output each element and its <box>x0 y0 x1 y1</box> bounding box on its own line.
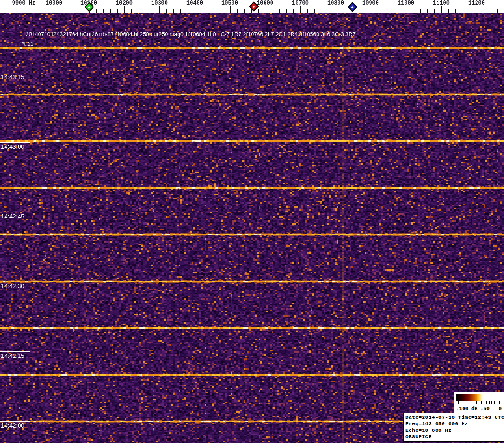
ruler-minor-tick <box>420 9 421 13</box>
ruler-major-tick <box>54 6 54 13</box>
ruler-minor-tick <box>26 9 26 13</box>
ruler-minor-tick <box>272 9 272 13</box>
ruler-minor-tick <box>188 9 188 13</box>
ruler-frequency-label: 11000 <box>398 0 414 7</box>
ruler-frequency-label: 10200 <box>116 0 133 7</box>
ruler-frequency-label: 10600 <box>257 0 273 7</box>
ruler-minor-tick <box>399 9 399 13</box>
colorbar-label-min: -100 dB <box>456 406 477 411</box>
ruler-major-tick <box>124 6 125 13</box>
info-station: OBSUPICE <box>405 434 504 440</box>
ruler-minor-tick <box>286 9 287 13</box>
time-axis-label: 14:43:15 <box>1 73 25 80</box>
freq-marker-blue-center-dot <box>351 6 354 8</box>
colorbar-gradient <box>456 394 502 401</box>
ruler-minor-tick <box>392 9 392 13</box>
ruler-frequency-label: 10900 <box>362 0 379 7</box>
ruler-minor-tick <box>47 9 47 13</box>
ruler-minor-tick <box>103 9 104 13</box>
ruler-frequency-label: 10500 <box>221 0 238 7</box>
ruler-frequency-label: 11100 <box>433 0 450 7</box>
ruler-frequency-label: 10400 <box>186 0 203 7</box>
ruler-minor-tick <box>82 9 82 13</box>
time-tick-line <box>0 142 30 143</box>
ruler-minor-tick <box>75 9 75 13</box>
ruler-minor-tick <box>216 9 216 13</box>
ruler-minor-tick <box>470 9 470 13</box>
ruler-frequency-label: 11200 <box>468 0 485 7</box>
ruler-major-tick <box>300 6 301 13</box>
spectrogram-app-window: 9900 Hz100001010010200103001040010500106… <box>0 0 504 443</box>
ruler-minor-tick <box>5 9 5 13</box>
freq-marker-green-center-dot <box>88 6 91 8</box>
time-axis-label: 14:42:30 <box>1 283 25 290</box>
colorbar-label-mid: -50 <box>480 406 490 411</box>
time-tick-line <box>0 351 30 352</box>
ruler-major-tick <box>477 6 477 13</box>
ruler-minor-tick <box>209 9 209 13</box>
amplitude-colorbar-panel: -100 dB -50 0 <box>454 392 504 413</box>
ruler-minor-tick <box>279 9 280 13</box>
freq-marker-blue[interactable] <box>347 2 357 12</box>
ruler-minor-tick <box>385 9 385 13</box>
ruler-minor-tick <box>322 9 322 13</box>
ruler-major-tick <box>406 6 406 13</box>
ruler-minor-tick <box>237 9 238 13</box>
colorbar-ticks <box>456 401 502 404</box>
ruler-major-tick <box>441 6 442 13</box>
time-tick-line <box>0 73 30 73</box>
ruler-major-tick <box>195 6 195 13</box>
ruler-frequency-label: 10300 <box>151 0 168 7</box>
time-axis-label: 14:42:45 <box>1 213 25 220</box>
ruler-frequency-label: 10000 <box>46 0 62 7</box>
ruler-major-tick <box>336 6 336 13</box>
ruler-minor-tick <box>413 9 413 13</box>
time-axis-label: 14:43:00 <box>1 143 25 150</box>
ruler-frequency-label: 10700 <box>292 0 309 7</box>
ruler-minor-tick <box>448 9 449 13</box>
ruler-minor-tick <box>293 9 294 13</box>
spectrogram-display[interactable] <box>0 13 504 443</box>
ruler-minor-tick <box>484 9 484 13</box>
ruler-minor-tick <box>173 9 174 13</box>
info-echo: Echo=10 600 Hz <box>405 427 504 434</box>
ruler-minor-tick <box>434 9 435 13</box>
freq-marker-red-center-dot <box>252 5 255 8</box>
ruler-minor-tick <box>497 9 498 13</box>
trigger-time-label: ^t+21 <box>22 41 33 46</box>
ruler-major-tick <box>265 6 265 13</box>
ruler-minor-tick <box>12 9 12 13</box>
ruler-frequency-label: 10800 <box>327 0 344 7</box>
event-detection-text: 20140710124321764 hCnt26 nb-87 f10604 hi… <box>26 31 356 38</box>
ruler-minor-tick <box>68 9 68 13</box>
ruler-minor-tick <box>491 9 491 13</box>
time-tick-line <box>0 421 30 422</box>
ruler-minor-tick <box>463 9 463 13</box>
observation-info-box: Date=2014-07-10 Time=12:43 UTC Freq=143 … <box>403 413 504 442</box>
time-axis-label: 14:42:00 <box>1 422 25 429</box>
ruler-minor-tick <box>166 9 167 13</box>
ruler-major-tick <box>159 6 160 13</box>
ruler-major-tick <box>230 6 231 13</box>
info-frequency: Freq=143 050 000 Hz <box>405 421 504 427</box>
ruler-minor-tick <box>61 9 61 13</box>
ruler-minor-tick <box>223 9 223 13</box>
ruler-minor-tick <box>314 9 315 13</box>
colorbar-label-max: 0 <box>498 406 502 411</box>
ruler-minor-tick <box>146 9 146 13</box>
ruler-minor-tick <box>378 9 378 13</box>
ruler-minor-tick <box>329 9 329 13</box>
ruler-minor-tick <box>364 9 364 13</box>
time-tick-line <box>0 212 30 212</box>
frequency-ruler[interactable]: 9900 Hz100001010010200103001040010500106… <box>0 0 504 13</box>
ruler-minor-tick <box>455 9 456 13</box>
ruler-minor-tick <box>33 9 33 13</box>
time-axis-label: 14:42:15 <box>1 352 25 359</box>
ruler-minor-tick <box>244 9 245 13</box>
ruler-minor-tick <box>202 9 202 13</box>
ruler-minor-tick <box>139 9 139 13</box>
ruler-minor-tick <box>110 9 111 13</box>
ruler-minor-tick <box>117 9 118 13</box>
ruler-frequency-label: 9900 Hz <box>12 0 35 7</box>
time-tick-line <box>0 282 30 282</box>
